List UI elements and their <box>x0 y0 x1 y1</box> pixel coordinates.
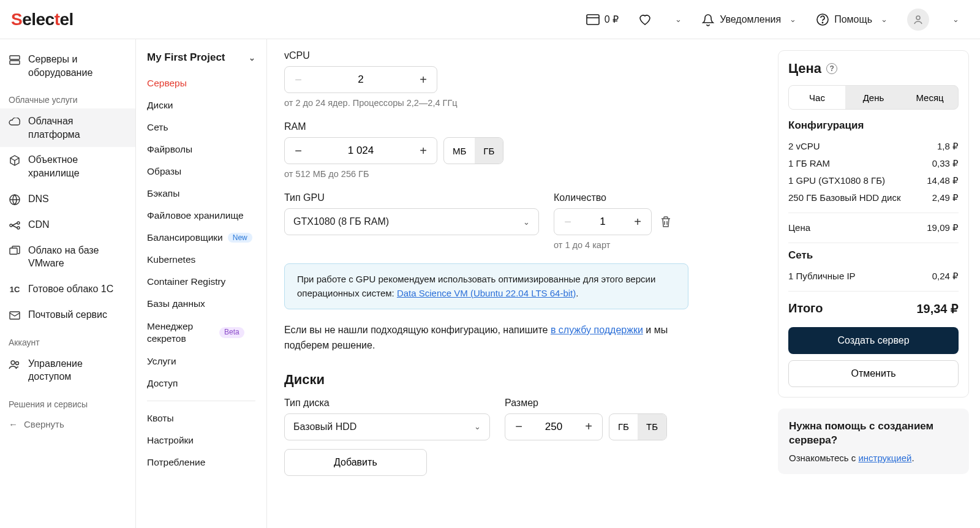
sidebar-item-label: Container Registry <box>147 276 225 287</box>
account-menu[interactable] <box>897 0 939 39</box>
sidebar2-item-services[interactable]: Услуги <box>136 350 266 372</box>
sidebar1-item-vmware[interactable]: Облако на базе VMware <box>0 238 135 276</box>
support-link[interactable]: в службу поддержки <box>551 325 643 335</box>
collapse-sidebar[interactable]: ← Свернуть <box>0 413 135 436</box>
divider <box>147 401 255 401</box>
chevron-down-icon: ⌄ <box>790 15 796 24</box>
gpu-qty-minus[interactable]: − <box>554 209 581 235</box>
disk-size-plus[interactable]: + <box>575 414 602 440</box>
cancel-button[interactable]: Отменить <box>788 360 959 387</box>
disk-type-label: Тип диска <box>284 398 490 409</box>
vcpu-input[interactable] <box>312 74 410 86</box>
vcpu-minus[interactable]: − <box>285 67 312 92</box>
info-link[interactable]: Data Science VM (Ubuntu 22.04 LTS 64-bit… <box>397 288 576 298</box>
disk-type-select[interactable]: Базовый HDD ⌄ <box>284 413 490 440</box>
price-period-tabs[interactable]: Час День Месяц <box>788 85 959 110</box>
ram-plus[interactable]: + <box>410 138 437 164</box>
sidebar-item-label: Потребление <box>147 457 205 468</box>
help-card: Нужна помощь с созданием сервера? Ознако… <box>778 409 969 474</box>
tab-day[interactable]: День <box>845 86 902 109</box>
sidebar1-item-access[interactable]: Управление доступом <box>0 351 135 390</box>
badge-beta: Beta <box>219 327 244 338</box>
sidebar1-item-mail[interactable]: Почтовый сервис <box>0 302 135 328</box>
help-text: Ознакомьтесь с инструкцией. <box>789 453 958 463</box>
sidebar2-item-access[interactable]: Доступ <box>136 372 266 394</box>
help-icon[interactable]: ? <box>826 63 837 74</box>
ram-stepper[interactable]: − + <box>284 137 437 164</box>
sidebar2-item-firewalls[interactable]: Файрволы <box>136 138 266 160</box>
chevron-down-icon: ⌄ <box>881 15 888 24</box>
tab-month[interactable]: Месяц <box>902 86 958 109</box>
create-server-button[interactable]: Создать сервер <box>788 327 959 354</box>
disk-size-stepper[interactable]: − + <box>505 413 603 440</box>
sidebar-item-label: Объектное хранилище <box>28 153 127 179</box>
sidebar2-item-quotas[interactable]: Квоты <box>136 407 266 429</box>
balance[interactable]: 0 ₽ <box>576 0 628 39</box>
divider <box>788 243 959 243</box>
sidebar1-item-dns[interactable]: DNS <box>0 186 135 212</box>
disk-unit-toggle[interactable]: ГБ ТБ <box>609 413 667 440</box>
gpu-qty-plus[interactable]: + <box>624 209 651 235</box>
sidebar1-item-1c[interactable]: 1C Готовое облако 1С <box>0 276 135 302</box>
dropdown-2[interactable]: ⌄ <box>939 0 969 39</box>
sidebar2-item-network[interactable]: Сеть <box>136 116 266 138</box>
dropdown-1[interactable]: ⌄ <box>662 0 692 39</box>
sidebar2-item-secrets[interactable]: Менеджер секретовBeta <box>136 315 266 350</box>
support-text: Если вы не нашли подходящую конфигурацию… <box>284 323 688 353</box>
sidebar2-item-k8s[interactable]: Kubernetes <box>136 249 266 271</box>
help-link[interactable]: инструкцией <box>858 453 911 463</box>
notifications[interactable]: Уведомления ⌄ <box>692 0 806 39</box>
trash-icon[interactable] <box>660 216 673 228</box>
ram-minus[interactable]: − <box>285 138 312 164</box>
sidebar-item-label: Серверы и оборудование <box>28 53 127 79</box>
help[interactable]: Помощь ⌄ <box>806 0 897 39</box>
sidebar2-item-consumption[interactable]: Потребление <box>136 451 266 473</box>
gpu-type-select[interactable]: GTX1080 (8 ГБ RAM) ⌄ <box>284 208 539 235</box>
ram-input[interactable] <box>312 145 410 157</box>
favorite[interactable] <box>628 0 662 39</box>
svg-rect-12 <box>10 312 20 319</box>
gpu-qty-label: Количество <box>554 192 688 203</box>
gpu-qty-stepper[interactable]: − + <box>554 208 652 235</box>
sidebar2-item-disks[interactable]: Диски <box>136 94 266 116</box>
svg-rect-0 <box>587 15 599 25</box>
divider <box>788 213 959 213</box>
heart-icon <box>638 13 652 26</box>
vcpu-plus[interactable]: + <box>410 67 437 92</box>
gpu-qty-input[interactable] <box>581 216 624 228</box>
logo[interactable]: Selectel <box>11 10 74 29</box>
sidebar2-item-filestorage[interactable]: Файловое хранилище <box>136 205 266 227</box>
disks-heading: Диски <box>284 372 750 388</box>
ram-unit-mb[interactable]: МБ <box>444 138 475 164</box>
disk-unit-gb[interactable]: ГБ <box>609 414 638 440</box>
sidebar2-item-balancers[interactable]: БалансировщикиNew <box>136 227 266 249</box>
sidebar-item-label: Квоты <box>147 413 174 424</box>
sidebar1-item-servers-hw[interactable]: Серверы и оборудование <box>0 47 135 85</box>
disk-size-input[interactable] <box>532 421 575 433</box>
ram-unit-toggle[interactable]: МБ ГБ <box>443 137 503 164</box>
price-row: 1 ГБ RAM0,33 ₽ <box>788 155 959 172</box>
server-icon <box>9 54 21 66</box>
disk-unit-tb[interactable]: ТБ <box>638 414 666 440</box>
sidebar2-item-backups[interactable]: Бэкапы <box>136 183 266 205</box>
price-row: 2 vCPU1,8 ₽ <box>788 138 959 155</box>
sidebar2-item-images[interactable]: Образы <box>136 160 266 183</box>
ram-unit-gb[interactable]: ГБ <box>475 138 503 164</box>
config-heading: Конфигурация <box>788 119 959 132</box>
sidebar2-item-db[interactable]: Базы данных <box>136 293 266 315</box>
project-selector[interactable]: My First Project ⌄ <box>136 48 266 72</box>
sidebar-item-label: Услуги <box>147 356 176 367</box>
disk-size-minus[interactable]: − <box>505 414 532 440</box>
tab-hour[interactable]: Час <box>789 86 845 109</box>
svg-point-3 <box>823 22 823 23</box>
sidebar1-item-object-storage[interactable]: Объектное хранилище <box>0 147 135 186</box>
vcpu-stepper[interactable]: − + <box>284 66 437 93</box>
sidebar1-item-cdn[interactable]: CDN <box>0 212 135 238</box>
add-disk-button[interactable]: Добавить <box>284 449 427 476</box>
sidebar2-item-registry[interactable]: Container Registry <box>136 271 266 293</box>
sidebar1-item-cloud-platform[interactable]: Облачная платформа <box>0 108 135 147</box>
svg-point-4 <box>916 16 920 20</box>
globe-icon <box>9 194 21 206</box>
sidebar2-item-servers[interactable]: Серверы <box>136 72 266 94</box>
sidebar2-item-settings[interactable]: Настройки <box>136 429 266 451</box>
